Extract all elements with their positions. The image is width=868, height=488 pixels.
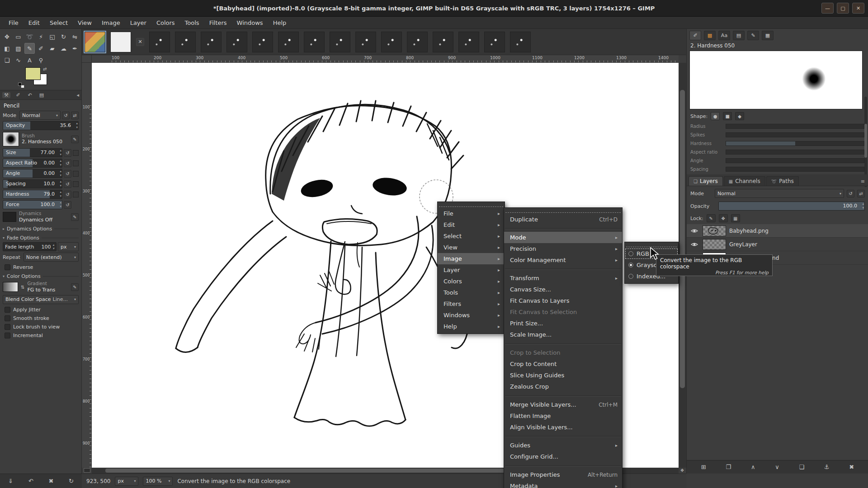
menubar-item[interactable]: Image xyxy=(97,18,125,28)
new-layer-button[interactable]: ⊞ xyxy=(701,464,706,470)
menubar-item[interactable]: Windows xyxy=(232,18,268,28)
menubar-item[interactable]: Filters xyxy=(204,18,232,28)
tool-free-select[interactable]: ➰ xyxy=(24,31,35,42)
unit-select[interactable]: px ▾ xyxy=(115,477,138,486)
slider[interactable]: Aspect Ratio 0.00 ▴▾ xyxy=(3,159,62,168)
menu-item[interactable]: Mode ▸ xyxy=(504,232,622,243)
menu-item[interactable]: Help ▸ xyxy=(438,321,505,332)
tool-paintbrush[interactable]: ✐ xyxy=(36,43,46,54)
lower-layer-button[interactable]: ∨ xyxy=(775,464,779,470)
menu-item[interactable]: Configure Grid... ▸ xyxy=(504,451,622,462)
menu-item[interactable]: Fit Canvas to Selection ▸ xyxy=(504,306,622,318)
repeat-select[interactable]: None (extend) ▾ xyxy=(24,253,79,262)
maximize-button[interactable]: ▢ xyxy=(837,3,849,14)
menu-item[interactable]: Slice Using Guides ▸ xyxy=(504,370,622,381)
menubar-item[interactable]: View xyxy=(73,18,97,28)
zoom-select[interactable]: 100 % ▾ xyxy=(143,477,173,486)
edit-dynamics-icon[interactable]: ✎ xyxy=(71,213,79,221)
duplicate-layer-button[interactable]: ❏ xyxy=(799,464,804,470)
menu-item[interactable]: Tools ▸ xyxy=(438,287,505,298)
navigation-icon[interactable]: ✥ xyxy=(679,468,685,473)
close-button[interactable]: ✕ xyxy=(852,3,864,14)
brushes-tab[interactable]: ✐ xyxy=(689,31,701,40)
image-thumbnail[interactable] xyxy=(407,32,428,52)
spinner[interactable]: ▴▾ xyxy=(60,190,61,198)
slider[interactable] xyxy=(726,124,864,129)
checkbox[interactable] xyxy=(5,264,10,270)
default-colors-icon[interactable] xyxy=(18,83,24,88)
slider[interactable]: Hardness 79.0 ▴▾ xyxy=(3,190,62,199)
ruler-origin[interactable] xyxy=(82,55,92,63)
slider[interactable] xyxy=(726,150,864,155)
tool-eraser[interactable]: ▰ xyxy=(47,43,57,54)
spinner[interactable]: ▴▾ xyxy=(76,122,78,130)
save-tool-preset-button[interactable]: ⇓ xyxy=(8,478,13,484)
slider[interactable]: Force 100.0 ▴▾ xyxy=(3,200,62,209)
paint-mode-select[interactable]: Normal ▾ xyxy=(19,111,61,120)
image-thumbnail[interactable] xyxy=(226,32,247,52)
checkbox[interactable] xyxy=(5,324,10,330)
dock-tab-device-status[interactable]: ✐ xyxy=(14,92,22,98)
edit-gradient-icon[interactable]: ✎ xyxy=(71,283,79,291)
image-thumbnail[interactable] xyxy=(381,32,402,52)
layer-thumbnail[interactable] xyxy=(703,239,726,250)
foreground-color-swatch[interactable] xyxy=(25,67,41,80)
slider[interactable] xyxy=(726,158,864,163)
gradient-preview[interactable] xyxy=(3,282,18,292)
restore-tool-preset-button[interactable]: ↶ xyxy=(28,478,33,484)
menu-item[interactable]: Align Visible Layers... ▸ xyxy=(504,422,622,433)
swap-colors-icon[interactable]: ⇄ xyxy=(43,66,47,71)
tool-clone[interactable]: ❏ xyxy=(2,55,12,66)
tearoff-line[interactable] xyxy=(505,209,621,213)
dynamics-options-expander[interactable]: ▸ Dynamics Options xyxy=(3,226,79,232)
menu-item[interactable]: Select ▸ xyxy=(438,230,505,242)
menu-item[interactable]: Flatten Image ▸ xyxy=(504,410,622,422)
menu-item[interactable]: Scale Image... ▸ xyxy=(504,329,622,340)
menubar-item[interactable]: Edit xyxy=(24,18,45,28)
menu-item[interactable]: Windows ▸ xyxy=(438,310,505,321)
anchor-layer-button[interactable]: ⚓ xyxy=(824,464,830,470)
tool-zoom[interactable]: ⚲ xyxy=(36,55,46,66)
image-thumbnail[interactable] xyxy=(330,32,350,52)
menu-item[interactable]: ▸ xyxy=(504,266,622,272)
menu-item[interactable]: Edit ▸ xyxy=(438,219,505,230)
paths-tab[interactable]: ➰ Paths xyxy=(766,176,799,186)
lock-pixels-icon[interactable]: ✎ xyxy=(707,214,716,222)
patterns-tab[interactable]: ▩ xyxy=(704,31,716,40)
image-thumbnail[interactable] xyxy=(355,32,376,52)
spinner[interactable]: ▴▾ xyxy=(60,201,61,209)
new-group-button[interactable]: ❐ xyxy=(726,464,731,470)
checkbox-row[interactable]: Smooth stroke xyxy=(5,315,77,321)
scrollbar-thumb[interactable] xyxy=(680,90,685,388)
menu-item[interactable]: Image ▸ xyxy=(438,253,505,264)
link-toggle[interactable] xyxy=(73,160,79,166)
image-thumbnail[interactable] xyxy=(201,32,222,52)
lock-position-icon[interactable]: ✥ xyxy=(719,214,728,222)
tool-fuzzy-select[interactable]: ⚡ xyxy=(36,31,46,42)
menu-item[interactable]: Color Management ▸ xyxy=(504,254,622,266)
menubar-item[interactable]: Layer xyxy=(125,18,151,28)
layer-mode-reset-icon[interactable]: ↺ xyxy=(847,190,854,197)
vertical-ruler[interactable]: 100200300400500600700800900 xyxy=(82,63,92,468)
visibility-eye-icon[interactable] xyxy=(689,240,699,249)
menu-item[interactable]: ▸ xyxy=(504,433,622,440)
menu-item[interactable]: ▸ xyxy=(504,225,622,232)
menubar-item[interactable]: File xyxy=(4,18,24,28)
tool-pencil[interactable]: ✎ xyxy=(24,43,35,54)
opacity-slider[interactable]: Opacity 35.6 ▴▾ xyxy=(3,121,79,130)
tool-crop[interactable]: ◱ xyxy=(47,31,57,42)
delete-tool-preset-button[interactable]: ✖ xyxy=(48,478,53,484)
menu-item[interactable]: Canvas Size... ▸ xyxy=(504,284,622,295)
mode-switch-icon[interactable]: ⇄ xyxy=(71,112,79,119)
tool-bucket-fill[interactable]: ◧ xyxy=(2,43,12,54)
checkbox[interactable] xyxy=(5,307,10,313)
mode-reset-icon[interactable]: ↺ xyxy=(62,112,70,119)
menu-item[interactable]: Colors ▸ xyxy=(438,276,505,287)
menubar-item[interactable]: Help xyxy=(268,18,292,28)
menu-item[interactable]: Transform ▸ xyxy=(504,272,622,284)
visibility-eye-icon[interactable] xyxy=(689,226,699,235)
image-thumbnail[interactable] xyxy=(252,32,273,52)
slider[interactable] xyxy=(726,167,864,172)
dock-tab-tool-options[interactable]: ⚒ xyxy=(2,92,10,98)
reset-icon[interactable]: ↺ xyxy=(64,180,71,188)
